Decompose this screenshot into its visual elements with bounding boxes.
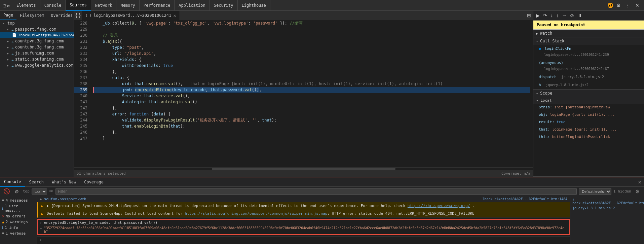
- tab-network[interactable]: Network: [91, 0, 117, 11]
- tab-lighthouse[interactable]: Lighthouse: [238, 0, 270, 11]
- editor-tab-login[interactable]: { } loginbypassword...v=202001061241 ✕: [82, 11, 180, 20]
- warning-icon: ▲: [2, 220, 4, 224]
- tree-domain-countpvn[interactable]: ▶ ☁ countpvn.3g.fang.com: [0, 38, 74, 44]
- console-filter-input[interactable]: [55, 188, 577, 195]
- devtools-cursor-icon: ⬚: [3, 3, 5, 8]
- console-prompt-input[interactable]: [44, 238, 567, 242]
- format-code-button[interactable]: { }: [74, 11, 82, 20]
- count-info[interactable]: ℹ 1 info: [0, 225, 37, 231]
- call-stack-item-1[interactable]: (anonymous) loginbypassword...0200106124…: [533, 59, 644, 73]
- ln-236: 236: [74, 69, 87, 75]
- clear-console-button[interactable]: 🚫: [3, 187, 11, 196]
- console-interaction-box: › encryptedString(key_to_encode, that.pa…: [37, 219, 570, 235]
- close-tab-button[interactable]: ✕: [173, 13, 176, 18]
- watch-section-header[interactable]: ▶ Watch: [533, 30, 644, 37]
- horizontal-scrollbar[interactable]: [74, 167, 533, 170]
- tab-performance[interactable]: Performance: [140, 0, 175, 11]
- source-link-jquery[interactable]: jquery-1.8.1.min.js:2: [572, 206, 643, 211]
- tree-label-countpvn: countpvn.3g.fang.com: [15, 39, 64, 43]
- tree-domain-jssoufunimg[interactable]: ▶ ☁ js.soufunimg.com: [0, 50, 74, 56]
- cloud-icon-countpvn: ☁: [11, 39, 14, 43]
- warning-icon-sourcemap: ▲: [41, 211, 47, 216]
- log-level-select[interactable]: Default levels: [579, 188, 611, 195]
- watch-label: Watch: [540, 31, 552, 36]
- tree-file-backurl[interactable]: 📄 ?backurl=https%3A%2F%2Fwww.fang.com%2F…: [0, 32, 74, 38]
- tab-filesystem[interactable]: Filesystem: [16, 11, 47, 20]
- ln-241: 241: [74, 99, 87, 105]
- more-options-button[interactable]: ⋮: [624, 1, 632, 9]
- ln-243: 243: [74, 111, 87, 117]
- count-errors[interactable]: ✕ No errors: [0, 213, 37, 219]
- tree-label-static: static.soufunimg.com: [15, 57, 64, 62]
- settings-button[interactable]: ⚙: [614, 1, 622, 9]
- bottom-tab-whatsnew[interactable]: What's New: [48, 177, 80, 187]
- devtools-icons: ⬚ ↺: [0, 3, 12, 8]
- tree-domain-countubn[interactable]: ▶ ☁ countubn.3g.fang.com: [0, 44, 74, 50]
- pause-on-exceptions-button[interactable]: ⏸: [576, 12, 583, 19]
- bottom-tab-search[interactable]: Search: [25, 177, 48, 187]
- file-tree-panel: Page Filesystem Overrides Content script…: [0, 11, 74, 177]
- ln-233: 233: [74, 50, 87, 57]
- call-stack-section: ▾ Call Stack ● loqinClickFn loginbypassw…: [533, 37, 644, 90]
- tab-overrides[interactable]: Overrides: [47, 11, 74, 20]
- tab-application[interactable]: Application: [175, 0, 210, 11]
- tab-page[interactable]: Page: [0, 11, 16, 20]
- bottom-tab-console[interactable]: Console: [0, 177, 25, 187]
- top-toolbar: ⬚ ↺ Elements Console Sources Network Mem…: [0, 0, 644, 11]
- count-warnings[interactable]: ▲ 2 warnings: [0, 219, 37, 225]
- group-expand-arrow[interactable]: ▶: [40, 197, 42, 201]
- eye-toggle-button[interactable]: 👁: [49, 189, 53, 194]
- tree-domain-passport[interactable]: ▾ ☁ passport.fang.com: [0, 26, 74, 32]
- source-link-backurl[interactable]: ?backurl=https%3A%2F...%2Fdefault.htm:14…: [572, 197, 643, 206]
- cloud-icon-countubn: ☁: [11, 45, 14, 49]
- tab-elements[interactable]: Elements: [12, 0, 40, 11]
- cloud-icon-passport: ☁: [11, 27, 14, 32]
- call-stack-item-3[interactable]: h jquery-1.8.1.min.js:2: [533, 81, 644, 89]
- call-stack-header[interactable]: ▾ Call Stack: [533, 37, 644, 45]
- call-stack-file-1: loginbypassword...02001061241:67: [539, 67, 609, 71]
- scope-section-header[interactable]: ▾ Scope: [533, 90, 644, 97]
- tab-sources[interactable]: Sources: [66, 0, 91, 11]
- bottom-tabs: Console Search What's New Coverage ✕: [0, 177, 644, 187]
- close-bottom-panel-button[interactable]: ✕: [638, 179, 641, 185]
- ln-242: 242: [74, 105, 87, 111]
- local-scope-label: ▾ Local: [533, 97, 644, 104]
- bottom-tab-coverage[interactable]: Coverage: [80, 177, 108, 187]
- count-user-messages[interactable]: ℹ 1 user mess...: [0, 203, 37, 213]
- filter-toggle-button[interactable]: ⊘: [13, 187, 21, 196]
- code-line-237: data: {: [93, 75, 530, 81]
- code-content[interactable]: _ub.collect(9, { 'vwg.page': 'txz_dl^gg_…: [90, 20, 533, 167]
- resume-button[interactable]: ▶: [535, 12, 541, 19]
- tab-console[interactable]: Console: [40, 0, 66, 11]
- code-line-230: // 登录: [93, 32, 530, 38]
- ln-247: 247: [74, 135, 87, 141]
- step-button[interactable]: →: [561, 12, 568, 19]
- context-select[interactable]: top: [32, 188, 47, 195]
- call-stack-fn-2: dispatch: [539, 75, 557, 79]
- message-counts-sidebar: ≡ 4 messages ℹ 1 user mess... ✕ No error…: [0, 196, 37, 244]
- code-line-235: withCredentials: true: [93, 63, 530, 69]
- console-toolbar: 🚫 ⊘ top top 👁 Default levels 1 hidden ⚙: [0, 187, 644, 196]
- expand-editor-button[interactable]: ⊞: [525, 11, 533, 20]
- count-verbose[interactable]: ≡ 1 verbose: [0, 231, 37, 236]
- code-line-229: [93, 26, 530, 32]
- call-stack-item-0[interactable]: ● loqinClickFn loginbypassword...2001061…: [533, 45, 644, 59]
- ln-237: 237: [74, 75, 87, 81]
- tree-root[interactable]: ▾ top: [0, 20, 74, 26]
- tree-arrow-top: ▾: [3, 22, 7, 25]
- count-messages[interactable]: ≡ 4 messages: [0, 198, 37, 203]
- tab-security[interactable]: Security: [210, 0, 238, 11]
- deactivate-breakpoints-button[interactable]: ⊘: [569, 12, 575, 19]
- step-into-button[interactable]: ↓: [549, 12, 554, 19]
- tab-memory[interactable]: Memory: [116, 0, 139, 11]
- tree-domain-google[interactable]: ▶ ☁ www.google-analytics.com: [0, 62, 74, 68]
- console-settings-button[interactable]: ⚙: [633, 187, 641, 196]
- tree-domain-staticsoufunimg[interactable]: ▶ ☁ static.soufunimg.com: [0, 56, 74, 62]
- step-over-button[interactable]: ↷: [542, 12, 548, 19]
- step-out-button[interactable]: ↑: [555, 12, 560, 19]
- call-stack-item-2[interactable]: dispatch jquery-1.8.1.min.js:2: [533, 73, 644, 81]
- ln-228: 228: [74, 20, 87, 26]
- close-devtools-button[interactable]: ✕: [633, 1, 641, 9]
- ln-246: 246: [74, 129, 87, 135]
- code-line-236: },: [93, 69, 530, 75]
